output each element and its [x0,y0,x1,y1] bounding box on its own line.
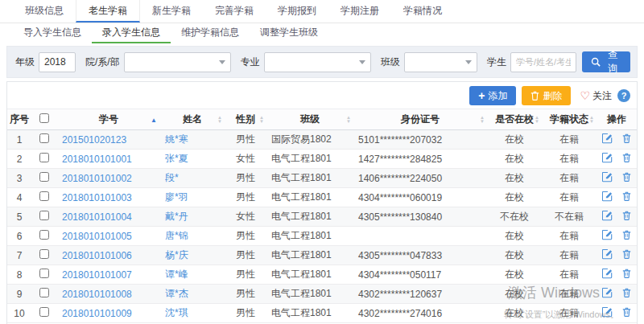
delete-row-icon[interactable] [622,288,631,297]
select-all-checkbox[interactable] [39,113,49,123]
student-name-link[interactable]: 廖*羽 [165,191,188,203]
sort-down-glyph: ▼ [259,120,264,124]
column-header[interactable] [31,109,57,130]
student-id-link[interactable]: 2018010101007 [62,269,132,281]
student-id-link[interactable]: 2018010101008 [62,289,132,300]
row-checkbox[interactable] [39,191,49,201]
delete-row-icon[interactable] [622,211,631,220]
column-header[interactable]: 是否在校▲▼ [487,109,542,130]
row-index: 2 [7,150,31,169]
class-select[interactable] [404,52,477,72]
column-header[interactable]: 班级▲▼ [266,109,353,130]
student-name-cell: 杨*庆 [160,246,225,265]
status-cell: 在籍 [542,246,597,265]
major-select[interactable] [264,52,371,72]
status-cell: 在籍 [542,188,597,207]
nav-tab[interactable]: 学籍情况 [391,0,454,23]
student-id-link[interactable]: 2018010101006 [62,250,132,261]
delete-row-icon[interactable] [622,153,631,162]
delete-row-icon[interactable] [622,133,631,143]
sort-icon: ▲▼ [346,116,351,124]
delete-button[interactable]: 删除 [522,86,571,105]
sort-down-glyph: ▼ [480,120,485,124]
row-checkbox[interactable] [39,307,49,317]
gender-cell: 男性 [225,130,266,150]
dept-select[interactable] [124,52,231,72]
row-checkbox-cell [31,246,57,265]
student-id-link[interactable]: 2018010101001 [62,154,132,165]
row-checkbox[interactable] [39,133,49,143]
student-name-link[interactable]: 段* [165,172,179,183]
edit-icon[interactable] [602,133,613,144]
student-name-link[interactable]: 戴*丹 [165,211,188,222]
edit-icon[interactable] [602,211,613,221]
edit-icon[interactable] [602,172,613,183]
delete-row-icon[interactable] [622,269,631,278]
student-name-link[interactable]: 谭*杰 [165,288,188,299]
grade-input[interactable] [39,52,76,72]
student-name-cell: 戴*丹 [160,207,225,227]
delete-row-icon[interactable] [622,307,631,317]
student-name-link[interactable]: 张*夏 [165,153,188,164]
actions-cell [597,188,637,207]
edit-icon[interactable] [602,191,613,202]
row-checkbox[interactable] [39,153,49,162]
nav-tab[interactable]: 老生学籍 [76,0,140,23]
student-name-link[interactable]: 姚*寒 [165,133,188,145]
gender-cell: 男性 [225,188,266,207]
subnav-tab[interactable]: 录入学生信息 [92,23,171,43]
student-name-cell: 唐*锦 [160,227,225,246]
student-id-link[interactable]: 2018010101003 [62,192,132,203]
nav-tab[interactable]: 新生学籍 [140,0,203,23]
column-header[interactable]: 姓名▲▼ [160,109,225,130]
delete-row-icon[interactable] [622,191,631,201]
column-header[interactable]: 学号▲ [57,109,160,130]
nav-tab[interactable]: 学期注册 [328,0,391,23]
edit-icon[interactable] [602,288,613,298]
add-button[interactable]: + 添加 [469,86,516,105]
student-name-link[interactable]: 沈*琪 [165,307,188,318]
row-checkbox[interactable] [39,269,49,278]
table-row: 22018010101001张*夏女性电气工程18011427********2… [7,150,637,169]
student-name-link[interactable]: 谭*峰 [165,269,188,280]
edit-icon[interactable] [602,307,613,318]
subnav-tab[interactable]: 导入学生信息 [13,23,92,43]
student-id-link[interactable]: 2018010101005 [62,231,132,242]
nav-tab[interactable]: 班级信息 [13,0,76,23]
column-header[interactable]: 学籍状态▲▼ [542,109,597,130]
row-checkbox[interactable] [39,249,49,259]
delete-row-icon[interactable] [622,249,631,259]
help-icon[interactable]: ? [617,89,630,102]
nav-tab[interactable]: 完善学籍 [203,0,266,23]
row-checkbox[interactable] [39,211,49,220]
student-id-link[interactable]: 2018010101009 [62,308,132,319]
follow-button[interactable]: ♡ 关注 [580,89,612,103]
chevron-down-icon [219,60,225,64]
in-school-cell: 不在校 [487,207,542,227]
student-name-link[interactable]: 唐*锦 [165,230,188,241]
row-checkbox[interactable] [39,288,49,297]
delete-row-icon[interactable] [622,172,631,182]
row-checkbox[interactable] [39,172,49,182]
row-checkbox[interactable] [39,230,49,240]
row-actions [602,230,631,240]
student-search-input[interactable] [510,52,576,72]
student-id-link[interactable]: 2018010101002 [62,173,132,184]
table-row: 52018010101004戴*丹女性电气工程18014305********1… [7,207,637,227]
student-id-link[interactable]: 2018010101004 [62,211,132,223]
column-header[interactable]: 性别▲▼ [225,109,266,130]
student-name-link[interactable]: 杨*庆 [165,249,188,260]
edit-icon[interactable] [602,230,613,240]
delete-row-icon[interactable] [622,230,631,240]
column-header[interactable]: 身份证号▲▼ [353,109,487,130]
subnav-tab[interactable]: 维护学籍信息 [171,23,250,43]
edit-icon[interactable] [602,249,613,260]
search-button[interactable]: 查询 [582,51,630,72]
student-id-link[interactable]: 201501020123 [62,134,126,146]
nav-tab[interactable]: 学期报到 [266,0,328,23]
edit-icon[interactable] [602,269,613,279]
subnav-tab[interactable]: 调整学生班级 [250,23,328,43]
edit-icon[interactable] [602,153,613,163]
class-cell: 电气工程1801 [266,285,353,304]
dept-label: 院/系/部 [85,55,120,69]
